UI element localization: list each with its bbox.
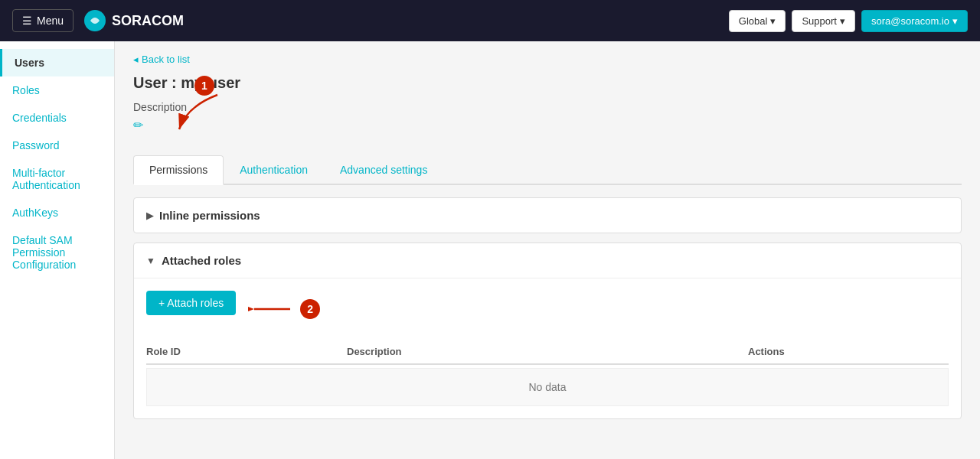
chevron-down-icon: ▼ xyxy=(146,256,155,266)
attached-roles-header[interactable]: ▼ Attached roles xyxy=(134,243,961,278)
user-menu-button[interactable]: sora@soracom.io ▾ xyxy=(861,10,968,32)
menu-button[interactable]: ☰ Menu xyxy=(12,9,74,32)
annotation-badge-2: 2 xyxy=(300,299,320,319)
tabs: Permissions Authentication Advanced sett… xyxy=(133,155,962,185)
annotation-2-container: 2 xyxy=(248,299,320,319)
global-button[interactable]: Global ▾ xyxy=(729,10,786,32)
attach-roles-button[interactable]: + Attach roles xyxy=(146,291,236,315)
chevron-right-icon: ▶ xyxy=(146,210,153,221)
sidebar-item-password[interactable]: Password xyxy=(0,132,114,159)
sidebar-item-mfa[interactable]: Multi-factor Authentication xyxy=(0,159,114,199)
attached-roles-accordion: ▼ Attached roles + Attach roles xyxy=(133,243,962,419)
inline-permissions-accordion: ▶ Inline permissions xyxy=(133,197,962,233)
annotation-arrow-1 xyxy=(172,91,233,133)
layout: Users Roles Credentials Password Multi-f… xyxy=(0,41,980,459)
header-right: Global ▾ Support ▾ sora@soracom.io ▾ xyxy=(729,10,968,32)
chevron-down-icon: ▾ xyxy=(840,15,845,27)
soracom-logo-icon xyxy=(83,8,107,33)
attach-roles-row: + Attach roles xyxy=(146,291,949,327)
edit-icon[interactable]: ✏ xyxy=(133,118,143,132)
table-header: Role ID Description Actions xyxy=(146,340,949,365)
annotation-arrow-2 xyxy=(248,300,294,318)
tab-authentication[interactable]: Authentication xyxy=(224,155,324,184)
logo: SORACOM xyxy=(83,8,184,33)
attached-roles-body: + Attach roles xyxy=(134,278,961,418)
annotation-1: 1 xyxy=(194,76,214,96)
sidebar-item-authkeys[interactable]: AuthKeys xyxy=(0,199,114,226)
hamburger-icon: ☰ xyxy=(22,15,32,27)
col-role-id: Role ID xyxy=(146,346,347,357)
roles-table: Role ID Description Actions No data xyxy=(146,340,949,406)
page-title: User : my-user xyxy=(133,74,962,92)
col-description: Description xyxy=(347,346,748,357)
inline-permissions-header[interactable]: ▶ Inline permissions xyxy=(134,198,961,233)
chevron-left-icon: ◂ xyxy=(133,54,139,65)
chevron-down-icon: ▾ xyxy=(770,15,776,27)
chevron-down-icon: ▾ xyxy=(952,15,958,27)
sidebar-item-credentials[interactable]: Credentials xyxy=(0,104,114,132)
main-content: ◂ Back to list User : my-user Descriptio… xyxy=(115,41,980,459)
edit-row: ✏ 1 xyxy=(133,118,962,145)
tab-advanced-settings[interactable]: Advanced settings xyxy=(324,155,443,184)
sidebar-item-roles[interactable]: Roles xyxy=(0,76,114,104)
back-link[interactable]: ◂ Back to list xyxy=(133,54,962,65)
header: ☰ Menu SORACOM Global ▾ Support ▾ sora@s… xyxy=(0,0,980,41)
description-label: Description xyxy=(133,101,962,113)
sidebar-item-users[interactable]: Users xyxy=(0,49,114,76)
description-section: Description ✏ 1 xyxy=(133,101,962,145)
sidebar-item-defaultsam[interactable]: Default SAM Permission Configuration xyxy=(0,226,114,278)
sidebar: Users Roles Credentials Password Multi-f… xyxy=(0,41,115,459)
support-button[interactable]: Support ▾ xyxy=(792,10,855,32)
header-left: ☰ Menu SORACOM xyxy=(12,8,184,33)
tab-permissions[interactable]: Permissions xyxy=(133,155,224,185)
table-no-data: No data xyxy=(146,368,949,406)
col-actions: Actions xyxy=(748,346,949,357)
